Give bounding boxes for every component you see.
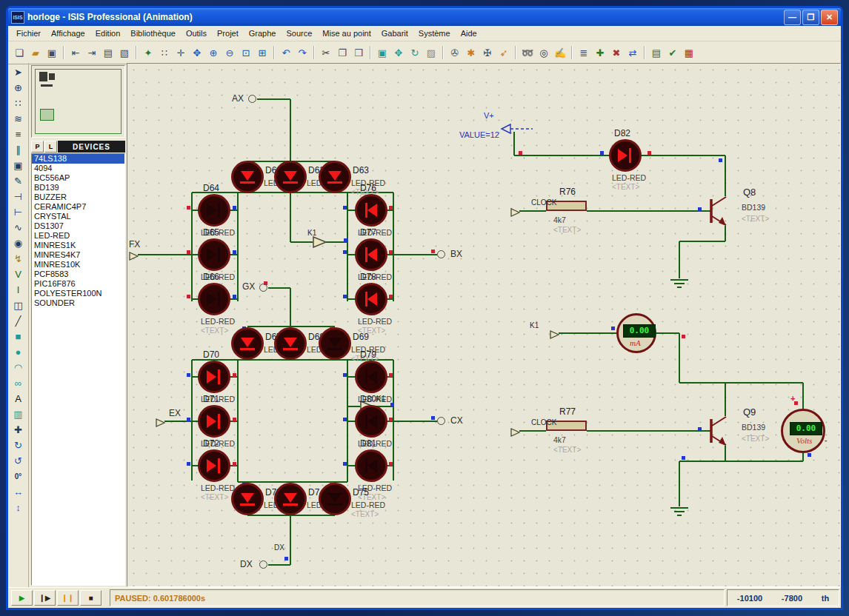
import-section-button[interactable]: ⇤ xyxy=(68,45,83,60)
wire[interactable] xyxy=(290,99,291,161)
menu-mise-au-point[interactable]: Mise au point xyxy=(317,27,376,39)
mark-output-area-button[interactable]: ▧ xyxy=(117,45,132,60)
block-rotate-button[interactable]: ↻ xyxy=(407,45,422,60)
led-d81[interactable] xyxy=(355,449,387,482)
tape-recorder-tool[interactable]: ◉ xyxy=(10,235,27,251)
voltmeter[interactable]: 0.00Volts xyxy=(781,409,825,453)
terminal-tool[interactable]: ⊣ xyxy=(10,189,27,204)
menu-source[interactable]: Source xyxy=(281,27,317,39)
component-tool[interactable]: ⊕ xyxy=(10,80,27,96)
device-item-minres10k[interactable]: MINRES10K xyxy=(32,260,124,270)
wire[interactable] xyxy=(290,515,291,565)
wire[interactable] xyxy=(802,383,804,409)
buffer-k1-a[interactable] xyxy=(313,236,327,251)
device-item-minres4k7[interactable]: MINRES4K7 xyxy=(32,250,124,260)
wire[interactable] xyxy=(679,333,680,383)
pause-button[interactable]: ❙❙ xyxy=(57,590,79,606)
packaging-button[interactable]: ✠ xyxy=(480,45,495,60)
path-tool[interactable]: ∞ xyxy=(10,375,27,391)
device-item-buzzer[interactable]: BUZZER xyxy=(32,192,124,202)
line-tool[interactable]: ╱ xyxy=(10,313,27,329)
menu-gabarit[interactable]: Gabarit xyxy=(376,27,413,39)
redraw-button[interactable]: ✦ xyxy=(141,45,156,60)
block-move-button[interactable]: ✥ xyxy=(391,45,406,60)
menu-projet[interactable]: Projet xyxy=(212,27,244,39)
symbol-tool[interactable]: ▥ xyxy=(10,406,27,422)
led-d64[interactable] xyxy=(198,194,230,227)
device-list[interactable]: 74LS1384094BC556APBD139BUZZERCERAMIC4P7C… xyxy=(31,153,125,586)
terminal-gx[interactable] xyxy=(259,284,267,292)
angle-display[interactable]: 0° xyxy=(10,469,27,484)
power-terminal-symbol[interactable] xyxy=(500,123,534,138)
menu-affichage[interactable]: Affichage xyxy=(46,27,90,39)
autorouter-button[interactable]: ➿ xyxy=(520,45,535,60)
electrical-check-button[interactable]: ✔ xyxy=(665,45,680,60)
minimize-button[interactable]: — xyxy=(784,10,801,25)
device-item-led-red[interactable]: LED-RED xyxy=(32,231,124,241)
device-item-ceramic4p7[interactable]: CERAMIC4P7 xyxy=(32,202,124,212)
remove-sheet-button[interactable]: ✖ xyxy=(609,45,624,60)
led-d67[interactable] xyxy=(231,327,264,360)
decompose-button[interactable]: ➶ xyxy=(496,45,511,60)
led-d74[interactable] xyxy=(274,483,307,515)
netlist-to-ares-button[interactable]: ▦ xyxy=(682,45,696,60)
zoom-in-button[interactable]: ⊕ xyxy=(206,45,221,60)
led-d69[interactable] xyxy=(319,327,351,360)
generator-tool[interactable]: ↯ xyxy=(10,251,27,267)
wire[interactable] xyxy=(519,210,546,212)
led-d70[interactable] xyxy=(198,361,230,393)
device-item-sounder[interactable]: SOUNDER xyxy=(32,298,124,308)
box-tool[interactable]: ■ xyxy=(10,329,27,344)
wire[interactable] xyxy=(290,241,313,243)
menu-edition[interactable]: Edition xyxy=(90,27,126,39)
menu-fichier[interactable]: Fichier xyxy=(11,27,46,39)
device-item-polyester100n[interactable]: POLYESTER100N xyxy=(32,289,124,298)
save-design-button[interactable]: ▣ xyxy=(44,45,59,60)
design-explorer-button[interactable]: ≣ xyxy=(576,45,591,60)
paste-button[interactable]: ❒ xyxy=(351,45,366,60)
property-assign-button[interactable]: ✍ xyxy=(553,45,567,60)
pan-button[interactable]: ✥ xyxy=(190,45,204,60)
input-arrow-clock-2[interactable] xyxy=(510,426,520,440)
wire[interactable] xyxy=(138,254,192,255)
wire-label-tool[interactable]: ≋ xyxy=(10,111,27,127)
instrument-tool[interactable]: ◫ xyxy=(10,298,27,313)
pick-devices-button[interactable]: P xyxy=(31,141,44,153)
export-section-button[interactable]: ⇥ xyxy=(84,45,99,60)
wire[interactable] xyxy=(559,332,616,334)
led-d78[interactable] xyxy=(355,283,387,315)
device-item-crystal[interactable]: CRYSTAL xyxy=(32,212,124,221)
print-button[interactable]: ▤ xyxy=(101,45,116,60)
led-d79[interactable] xyxy=(355,361,387,393)
zoom-area-button[interactable]: ⊡ xyxy=(239,45,253,60)
title-bar[interactable]: ISIS horloge - ISIS Professional (Animat… xyxy=(8,8,841,26)
led-d72[interactable] xyxy=(198,449,230,482)
circle-tool[interactable]: ● xyxy=(10,344,27,360)
close-button[interactable]: ✕ xyxy=(821,10,838,25)
play-button[interactable]: ▶ xyxy=(11,590,33,606)
new-design-button[interactable]: ❏ xyxy=(12,45,27,60)
schematic-canvas[interactable]: R764k7<TEXT>R774k7<TEXT>Q8BD139<TEXT>Q9B… xyxy=(127,63,841,587)
bill-of-materials-button[interactable]: ▤ xyxy=(649,45,664,60)
text-2d-tool[interactable]: A xyxy=(10,391,27,406)
minimap-viewport-box[interactable] xyxy=(40,109,54,121)
wire[interactable] xyxy=(290,192,291,242)
device-item-ds1307[interactable]: DS1307 xyxy=(32,221,124,231)
redo-button[interactable]: ↷ xyxy=(295,45,310,60)
led-d73[interactable] xyxy=(231,483,264,515)
subcircuit-tool[interactable]: ▣ xyxy=(10,158,27,173)
input-arrow-k1[interactable] xyxy=(550,329,559,342)
instant-edit-tool[interactable]: ✎ xyxy=(10,173,27,189)
device-item-pcf8583[interactable]: PCF8583 xyxy=(32,270,124,279)
junction-dot-tool[interactable]: ∷ xyxy=(10,96,27,111)
maximize-button[interactable]: ❐ xyxy=(802,10,819,25)
device-item-pic16f876[interactable]: PIC16F876 xyxy=(32,279,124,289)
led-d76[interactable] xyxy=(355,194,387,227)
copy-button[interactable]: ❐ xyxy=(335,45,350,60)
device-item-4094[interactable]: 4094 xyxy=(32,164,124,173)
led-d77[interactable] xyxy=(355,238,387,271)
device-pin-tool[interactable]: ⊢ xyxy=(10,204,27,220)
terminal-ax[interactable] xyxy=(248,95,256,103)
block-delete-button[interactable]: ▨ xyxy=(424,45,439,60)
stop-button[interactable]: ■ xyxy=(80,590,101,606)
